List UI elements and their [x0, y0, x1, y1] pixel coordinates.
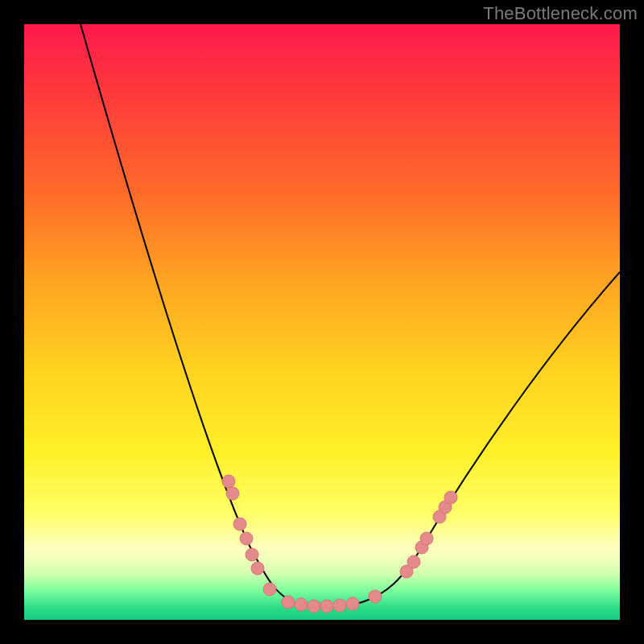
chart-stage: TheBottleneck.com	[0, 0, 644, 644]
curve-marker	[407, 555, 420, 568]
curve-marker	[295, 598, 308, 611]
curve-marker	[282, 596, 295, 609]
watermark-text: TheBottleneck.com	[483, 3, 638, 24]
curve-marker	[369, 590, 382, 603]
curve-marker	[346, 597, 359, 610]
curve-marker	[240, 532, 253, 545]
curve-marker	[226, 487, 239, 500]
chart-plot-area	[24, 24, 620, 620]
curve-marker	[320, 600, 333, 613]
curve-marker	[222, 475, 235, 488]
curve-marker	[420, 532, 433, 545]
curve-marker	[333, 599, 346, 612]
curve-marker	[246, 548, 258, 561]
curve-marker	[444, 491, 457, 504]
marker-group	[222, 475, 457, 613]
curve-marker	[251, 562, 264, 575]
curve-marker	[233, 518, 246, 530]
curve-marker	[263, 583, 276, 596]
chart-svg	[24, 24, 620, 620]
curve-marker	[308, 600, 320, 613]
bottleneck-curve	[80, 24, 620, 606]
